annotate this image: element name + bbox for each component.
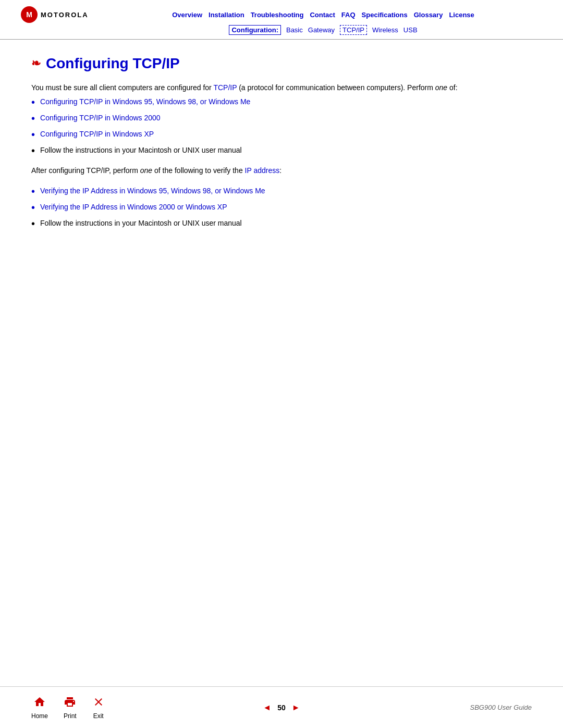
motorola-logo: M MOTOROLA [21,6,89,23]
prev-page-button[interactable]: ◄ [263,703,271,712]
list2: • Verifying the IP Address in Windows 95… [31,186,532,229]
nav-glossary[interactable]: Glossary [414,11,443,19]
after-text3: : [279,166,282,175]
next-page-button[interactable]: ► [292,703,300,712]
page-number: 50 [277,704,286,712]
subnav-wireless[interactable]: Wireless [372,26,398,34]
subnav-usb[interactable]: USB [403,26,418,34]
footer-nav: Home Print Exit [31,696,198,720]
bullet-icon: • [31,202,35,213]
intro-text1: You must be sure all client computers ar… [31,83,213,92]
list-item: • Verifying the IP Address in Windows 20… [31,202,532,213]
subnav-label: Configuration: [229,25,281,35]
print-button[interactable]: Print [64,696,77,720]
logo-area: M MOTOROLA [21,6,104,23]
bullet-icon: • [31,129,35,140]
subnav-tcpip-active[interactable]: TCP/IP [340,25,367,35]
main-content: ❧ Configuring TCP/IP You must be sure al… [0,40,563,290]
guide-name: SBG900 User Guide [365,704,532,711]
home-icon [33,696,46,711]
list1-item2-link[interactable]: Configuring TCP/IP in Windows 2000 [40,113,161,124]
list1-item1-link[interactable]: Configuring TCP/IP in Windows 95, Window… [40,96,250,107]
print-icon [64,696,76,711]
motorola-icon: M [21,6,38,23]
exit-button[interactable]: Exit [92,696,105,720]
nav-license[interactable]: License [449,11,474,19]
nav-faq[interactable]: FAQ [341,11,356,19]
home-button[interactable]: Home [31,696,48,720]
subnav-gateway[interactable]: Gateway [308,26,335,34]
svg-text:M: M [26,10,32,19]
bullet-icon-plain: • [31,218,35,229]
exit-icon [92,696,105,711]
nav-overview[interactable]: Overview [172,11,202,19]
motorola-text: MOTOROLA [41,11,89,19]
tcpip-link[interactable]: TCP/IP [213,83,237,92]
list-item: • Configuring TCP/IP in Windows 2000 [31,113,532,124]
list-item: • Follow the instructions in your Macint… [31,218,532,229]
bullet-icon: • [31,113,35,124]
intro-text2: (a protocol for communication between co… [237,83,435,92]
nav-specifications[interactable]: Specifications [362,11,408,19]
list2-item2-link[interactable]: Verifying the IP Address in Windows 2000… [40,202,227,213]
print-label: Print [64,712,77,720]
nav-contact[interactable]: Contact [310,11,335,19]
bullet-icon-plain: • [31,145,35,156]
intro-text3: of: [447,83,457,92]
list-item: • Configuring TCP/IP in Windows 95, Wind… [31,96,532,107]
home-label: Home [31,712,48,720]
page-nav: ◄ 50 ► [198,703,365,712]
after-text2: of the following to verify the [152,166,244,175]
after-text1: After configuring TCP/IP, perform [31,166,140,175]
list2-item3-text: Follow the instructions in your Macintos… [40,218,242,229]
list-item: • Follow the instructions in your Macint… [31,145,532,156]
list1: • Configuring TCP/IP in Windows 95, Wind… [31,96,532,156]
after-paragraph: After configuring TCP/IP, perform one of… [31,165,532,176]
nav-troubleshooting[interactable]: Troubleshooting [251,11,304,19]
exit-label: Exit [93,712,104,720]
bullet-icon: • [31,97,35,107]
sub-nav: Configuration: Basic Gateway TCP/IP Wire… [104,25,542,35]
list-item: • Verifying the IP Address in Windows 95… [31,186,532,196]
main-nav: Overview Installation Troubleshooting Co… [104,11,542,19]
intro-paragraph: You must be sure all client computers ar… [31,82,532,93]
footer: Home Print Exit ◄ 50 ► SBG900 User Guide [0,686,563,728]
header: M MOTOROLA Overview Installation Trouble… [0,0,563,40]
list1-item4-text: Follow the instructions in your Macintos… [40,145,242,156]
bullet-icon: • [31,186,35,196]
after-italic: one [140,166,152,175]
list1-item3-link[interactable]: Configuring TCP/IP in Windows XP [40,129,154,140]
title-icon: ❧ [31,57,41,70]
page-title: ❧ Configuring TCP/IP [31,55,532,72]
nav-installation[interactable]: Installation [209,11,244,19]
intro-italic: one [435,83,447,92]
subnav-basic[interactable]: Basic [286,26,303,34]
list-item: • Configuring TCP/IP in Windows XP [31,129,532,140]
ip-address-link[interactable]: IP address [245,166,280,175]
page-title-text: Configuring TCP/IP [46,55,180,72]
list2-item1-link[interactable]: Verifying the IP Address in Windows 95, … [40,186,265,196]
